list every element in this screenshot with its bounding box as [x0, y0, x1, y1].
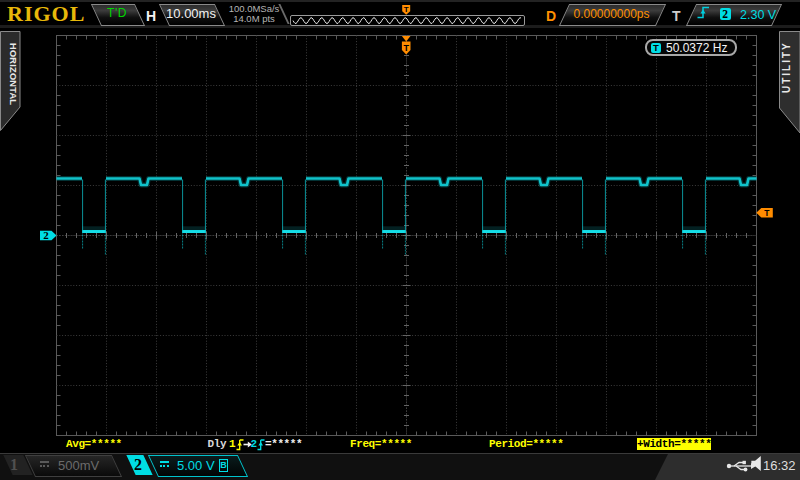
svg-text:UTILITY: UTILITY — [781, 41, 792, 93]
svg-text:HORIZONTAL: HORIZONTAL — [8, 43, 18, 105]
svg-text:T: T — [764, 208, 770, 218]
svg-text:T: T — [403, 43, 409, 53]
svg-text:2: 2 — [43, 229, 49, 241]
